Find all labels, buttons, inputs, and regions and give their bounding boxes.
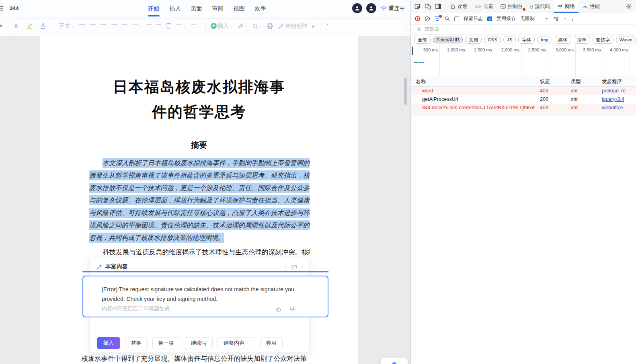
align-right-icon[interactable] [101, 24, 107, 28]
menu-icon[interactable]: ☰ [0, 5, 4, 12]
print-icon[interactable] [267, 23, 273, 29]
network-filter-bar[interactable]: 筛选器 [411, 25, 636, 35]
home-icon [450, 4, 455, 9]
col-type[interactable]: 类型 [571, 78, 581, 85]
increase-indent-icon[interactable] [156, 24, 161, 28]
chip-js[interactable]: JS [503, 37, 516, 43]
font-size-button[interactable]: A⌄ [14, 23, 22, 29]
chip-media[interactable]: 媒体 [555, 36, 571, 44]
chip-doc[interactable]: 文档 [465, 36, 482, 44]
chip-fetch-xhr[interactable]: Fetch/XHR [433, 37, 463, 43]
network-timeline-overview[interactable]: 500 ms 1,000 ms 1,500 ms 2,000 ms 2,500 … [411, 45, 636, 76]
screen: ☰ 344 开始 插入 页面 审阅 视图 效率 [0, 0, 636, 364]
align-justify-icon[interactable] [111, 24, 117, 28]
line-spacing-button[interactable]: ⌄ [132, 24, 142, 28]
filter-icon[interactable] [435, 16, 440, 21]
adjust-content-button[interactable]: 调整内容⌄ [217, 337, 255, 349]
devtools-tab-sources[interactable]: {} 源代码 [526, 0, 554, 13]
initiator-link[interactable]: weboffice [602, 105, 623, 110]
preserve-log-label[interactable]: 保留日志 [464, 15, 483, 22]
console-error-badge [522, 8, 526, 11]
initiator-link[interactable]: preload.7e [602, 88, 626, 94]
search-icon[interactable] [445, 16, 450, 21]
tab-review[interactable]: 审阅 [211, 3, 224, 14]
devtools-tab-welcome[interactable]: 欢迎 [447, 0, 471, 13]
disable-cache-label[interactable]: 禁用缓存 [496, 15, 516, 22]
record-icon[interactable] [415, 16, 420, 21]
pager-prev-icon[interactable]: ‹ [285, 264, 287, 270]
tab-view[interactable]: 视图 [232, 3, 246, 14]
dock-side-icon[interactable] [435, 3, 441, 10]
timeline-scrollbar[interactable] [412, 47, 413, 55]
devtools-settings-icon[interactable] [626, 0, 636, 13]
user-avatar-icon-2[interactable] [366, 3, 376, 13]
tab-page[interactable]: 页面 [190, 3, 203, 14]
contact-support-button[interactable]: 联系客服 [381, 358, 408, 364]
timeline-tick: 1,500 ms [466, 47, 492, 52]
replace-button[interactable]: 替换 [125, 337, 148, 349]
insert-button[interactable]: +插入⌄ [211, 22, 233, 30]
bullet-list-button[interactable]: ⌄ [176, 24, 186, 28]
chip-img[interactable]: Img [537, 37, 552, 43]
chip-socket[interactable]: 套接字 [593, 36, 614, 44]
tab-insert[interactable]: 插入 [168, 3, 182, 14]
font-color-button[interactable]: A⌄ [41, 23, 49, 29]
pager-next-icon[interactable]: › [302, 264, 304, 270]
distribute-icon[interactable] [122, 24, 127, 28]
decrease-indent-icon[interactable] [147, 24, 152, 28]
import-har-icon[interactable]: ↑ [564, 16, 566, 22]
chip-manifest[interactable]: 清单 [574, 36, 590, 44]
highlight-color-button[interactable]: ⌄ [27, 23, 37, 29]
chip-css[interactable]: CSS [484, 37, 501, 43]
request-row[interactable]: word 403 xhr preload.7e [411, 87, 636, 95]
ai-result-box[interactable]: [Error]:The request signature we calcula… [82, 276, 328, 317]
network-request-table: 名称 状态 类型 发起程序 word 403 xhr preload.7e ge… [411, 76, 636, 364]
tab-home[interactable]: 开始 [147, 3, 160, 14]
devtools-tab-elements[interactable]: </> 元素 [471, 0, 497, 13]
col-name[interactable]: 名称 [416, 78, 426, 85]
smart-create-button[interactable]: 智能创作 [278, 22, 308, 30]
thumbs-down-icon[interactable] [289, 306, 295, 312]
tools-button[interactable]: ⌄ [238, 23, 248, 29]
chevron-down-icon: ⌄ [246, 341, 249, 345]
paragraph-style-dropdown[interactable]: 正文⌄ [59, 22, 74, 30]
filter-placeholder: 筛选器 [425, 26, 440, 33]
table-header[interactable]: 名称 状态 类型 发起程序 [411, 76, 636, 87]
initiator-link[interactable]: jquery-3.4 [602, 96, 624, 102]
request-row[interactable]: getAiProcessUrl 200 xhr jquery-3.4 [411, 95, 636, 104]
user-avatar-icon[interactable] [352, 3, 362, 13]
preserve-log-checkbox[interactable] [454, 16, 459, 21]
collapse-left-icon[interactable]: ◀ [0, 23, 2, 28]
continue-writing-button[interactable]: 继续写 [185, 337, 213, 349]
request-row[interactable]: 344.docx?x-oss-credential=LTAI5tBXuPPSLQ… [411, 104, 636, 112]
tab-efficiency[interactable]: 效率 [254, 3, 267, 14]
search-button[interactable]: ⌄ [252, 23, 262, 29]
align-center-icon[interactable] [90, 24, 96, 28]
devtools-tab-console[interactable]: 控制台 [497, 0, 527, 13]
throttling-dropdown[interactable]: 无限制 ▼ [520, 15, 548, 22]
align-left-icon[interactable] [79, 24, 85, 28]
numbered-list-button[interactable]: ⌄ [191, 24, 201, 28]
col-status[interactable]: 状态 [540, 78, 550, 85]
chip-all[interactable]: 全部 [414, 36, 431, 44]
clear-icon[interactable] [425, 16, 430, 22]
chip-font[interactable]: 字体 [518, 36, 535, 44]
col-initiator[interactable]: 发起程序 [602, 78, 622, 85]
inspect-element-icon[interactable] [414, 3, 421, 10]
insert-result-button[interactable]: 插入 [97, 337, 120, 349]
network-conditions-icon[interactable] [553, 16, 559, 21]
document-page[interactable]: 日本福岛核废水拟排海事 件的哲学思考 摘要 本文深入剖析了日本福岛核废水拟排海事… [40, 36, 358, 364]
export-har-icon[interactable]: ↓ [571, 16, 574, 22]
play-icon[interactable]: ▸ [312, 23, 315, 29]
devtools-tab-performance[interactable]: 性能 [579, 0, 603, 13]
discard-button[interactable]: 弃用 [260, 337, 283, 349]
checkbox-list-icon[interactable] [166, 23, 171, 29]
thumbs-up-icon[interactable] [275, 306, 281, 312]
regenerate-button[interactable]: 换一换 [152, 337, 180, 349]
chip-wasm[interactable]: Wasm [616, 37, 636, 43]
devtools-tab-network[interactable]: 网络 [554, 0, 579, 13]
device-toolbar-icon[interactable] [425, 3, 431, 10]
editor-scrollbar[interactable] [404, 78, 407, 105]
disable-cache-checkbox[interactable] [487, 16, 492, 21]
collapse-toolbar-icon[interactable]: ⌃ [325, 23, 330, 29]
